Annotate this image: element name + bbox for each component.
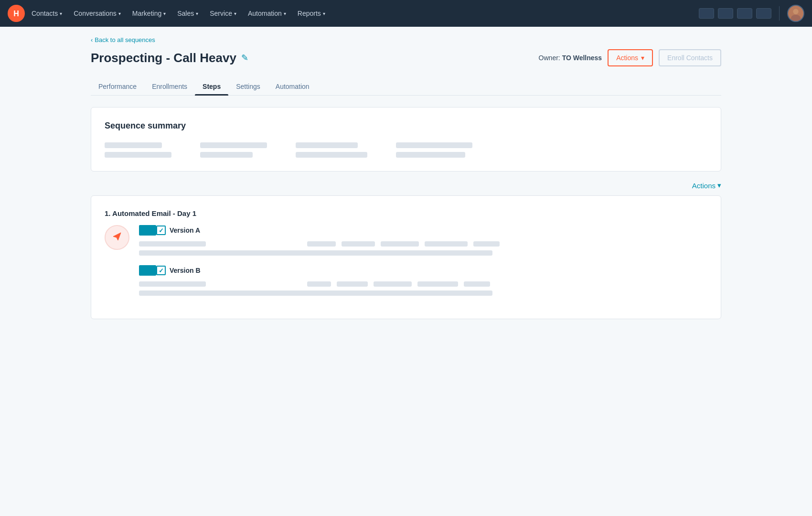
nav-icon-1[interactable]: [699, 8, 714, 19]
enroll-contacts-button[interactable]: Enroll Contacts: [659, 49, 721, 66]
hubspot-logo[interactable]: H: [8, 5, 25, 22]
skeleton-bar: [139, 250, 492, 256]
skeleton-bar: [296, 142, 358, 148]
version-b-skeleton-row-1: [139, 281, 707, 287]
nav-divider: [779, 6, 780, 21]
skeleton-col-1: [105, 142, 171, 158]
version-a-skeleton-row-2: [139, 250, 707, 256]
chevron-down-icon: ▾: [284, 11, 286, 16]
svg-point-3: [793, 9, 798, 14]
nav-contacts[interactable]: Contacts ▾: [27, 6, 67, 21]
skeleton-bar: [307, 241, 336, 247]
steps-actions-row: Actions ▾: [91, 181, 721, 190]
actions-button[interactable]: Actions ▾: [608, 49, 653, 66]
user-avatar[interactable]: [787, 5, 804, 22]
navbar: H Contacts ▾ Conversations ▾ Marketing ▾…: [0, 0, 812, 27]
version-a-block: ✓ Version A: [139, 225, 707, 256]
nav-icon-2[interactable]: [718, 8, 733, 19]
send-icon: [112, 231, 122, 244]
chevron-down-icon: ▾: [163, 11, 166, 16]
version-a-skeleton-row-1: [139, 241, 707, 247]
version-a-toggle[interactable]: [139, 225, 156, 236]
owner-name: TO Wellness: [562, 54, 602, 62]
page-header: Prospecting - Call Heavy ✎ Owner: TO Wel…: [91, 49, 721, 66]
skeleton-bar: [139, 241, 206, 247]
skeleton-bar: [200, 152, 253, 158]
version-a-header: ✓ Version A: [139, 225, 707, 236]
step-card: 1. Automated Email - Day 1: [91, 195, 721, 319]
skeleton-bar: [396, 142, 472, 148]
skeleton-bar: [396, 152, 465, 158]
sequence-summary-card: Sequence summary: [91, 107, 721, 172]
svg-text:H: H: [13, 10, 19, 18]
nav-conversations[interactable]: Conversations ▾: [69, 6, 126, 21]
nav-automation[interactable]: Automation ▾: [243, 6, 291, 21]
tab-settings[interactable]: Settings: [228, 78, 268, 95]
skeleton-bar: [417, 281, 458, 287]
skeleton-bar: [381, 241, 419, 247]
version-b-block: ✓ Version B: [139, 265, 707, 296]
skeleton-bar: [296, 152, 367, 158]
skeleton-bar: [139, 290, 492, 296]
tab-enrollments[interactable]: Enrollments: [144, 78, 195, 95]
skeleton-col-2: [200, 142, 267, 158]
skeleton-bar: [425, 241, 468, 247]
version-b-header: ✓ Version B: [139, 265, 707, 276]
version-b-skeleton-row-2: [139, 290, 707, 296]
summary-skeleton: [105, 142, 707, 158]
header-actions: Owner: TO Wellness Actions ▾ Enroll Cont…: [539, 49, 721, 66]
breadcrumb-label: Back to all sequences: [95, 36, 155, 43]
step-number: 1. Automated Email - Day 1: [105, 209, 707, 217]
version-a-checkbox[interactable]: ✓: [156, 226, 166, 235]
page-title: Prospecting - Call Heavy: [91, 51, 236, 65]
chevron-down-icon: ▾: [118, 11, 121, 16]
skeleton-bar: [307, 281, 331, 287]
nav-icon-4[interactable]: [756, 8, 771, 19]
chevron-down-icon: ▾: [641, 54, 644, 62]
tabs-bar: Performance Enrollments Steps Settings A…: [91, 78, 721, 96]
skeleton-bar: [105, 142, 162, 148]
nav-service[interactable]: Service ▾: [205, 6, 241, 21]
breadcrumb-arrow: ‹: [91, 36, 93, 43]
nav-marketing[interactable]: Marketing ▾: [128, 6, 171, 21]
breadcrumb[interactable]: ‹ Back to all sequences: [91, 36, 721, 43]
nav-right: [699, 5, 804, 22]
nav-icon-3[interactable]: [737, 8, 752, 19]
skeleton-bar: [473, 241, 500, 247]
skeleton-bar: [337, 281, 368, 287]
tab-steps[interactable]: Steps: [195, 78, 228, 95]
chevron-down-icon: ▾: [196, 11, 198, 16]
skeleton-bar: [200, 142, 267, 148]
skeleton-bar: [139, 281, 206, 287]
step-icon-circle: [105, 225, 129, 250]
page-wrapper: ‹ Back to all sequences Prospecting - Ca…: [72, 27, 740, 338]
version-b-label: Version B: [170, 267, 201, 274]
chevron-down-icon: ▾: [234, 11, 236, 16]
nav-reports[interactable]: Reports ▾: [293, 6, 330, 21]
chevron-down-icon: ▾: [60, 11, 62, 16]
tab-automation[interactable]: Automation: [268, 78, 317, 95]
edit-icon[interactable]: ✎: [241, 53, 248, 63]
chevron-down-icon: ▾: [323, 11, 325, 16]
skeleton-bar: [105, 152, 171, 158]
chevron-down-icon: ▾: [717, 181, 721, 190]
version-b-toggle[interactable]: [139, 265, 156, 276]
steps-actions-button[interactable]: Actions ▾: [692, 181, 721, 190]
skeleton-bar: [342, 241, 375, 247]
step-body: ✓ Version A: [139, 225, 707, 305]
skeleton-bar: [374, 281, 412, 287]
summary-title: Sequence summary: [105, 121, 707, 131]
skeleton-bar: [464, 281, 490, 287]
skeleton-col-3: [296, 142, 367, 158]
owner-label: Owner: TO Wellness: [539, 54, 602, 62]
nav-sales[interactable]: Sales ▾: [172, 6, 203, 21]
step-content: ✓ Version A: [105, 225, 707, 305]
skeleton-col-4: [396, 142, 472, 158]
title-row: Prospecting - Call Heavy ✎: [91, 51, 248, 65]
version-b-checkbox[interactable]: ✓: [156, 266, 166, 275]
version-a-label: Version A: [170, 226, 200, 234]
tab-performance[interactable]: Performance: [91, 78, 144, 95]
